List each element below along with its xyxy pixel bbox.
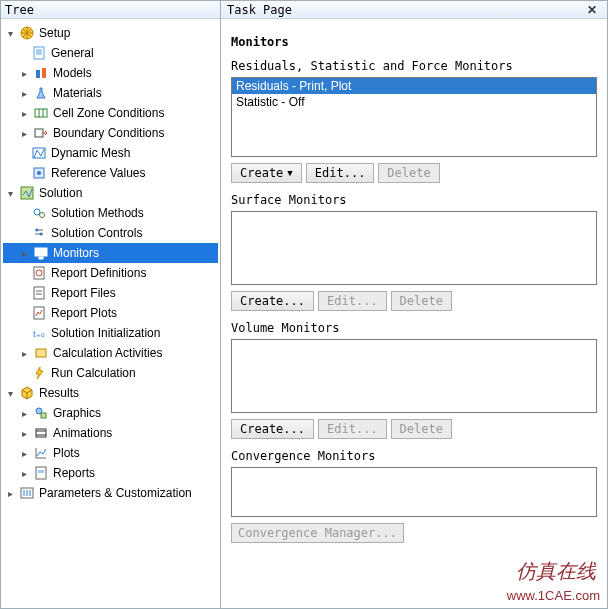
watermark-text-1: 仿真在线 xyxy=(516,558,596,585)
expander-expand-icon[interactable]: ▸ xyxy=(17,126,31,140)
tree-node-results[interactable]: ▾ Results xyxy=(3,383,218,403)
tree-node-models[interactable]: ▸ Models xyxy=(3,63,218,83)
node-label: Reports xyxy=(53,466,95,480)
tree-node-general[interactable]: General xyxy=(3,43,218,63)
node-label: Solution Methods xyxy=(51,206,144,220)
tree-node-report-files[interactable]: Report Files xyxy=(3,283,218,303)
tree-node-plots[interactable]: ▸ Plots xyxy=(3,443,218,463)
expander-expand-icon[interactable]: ▸ xyxy=(17,426,31,440)
node-label: Animations xyxy=(53,426,112,440)
report-icon xyxy=(33,465,49,481)
expander-expand-icon[interactable]: ▸ xyxy=(17,106,31,120)
tree-node-boundary[interactable]: ▸ Boundary Conditions xyxy=(3,123,218,143)
tree-node-report-definitions[interactable]: Report Definitions xyxy=(3,263,218,283)
convergence-manager-button: Convergence Manager... xyxy=(231,523,404,543)
mesh-icon xyxy=(31,145,47,161)
tree-node-cell-zone[interactable]: ▸ Cell Zone Conditions xyxy=(3,103,218,123)
monitor-icon xyxy=(33,245,49,261)
svg-rect-25 xyxy=(34,287,44,299)
expander-expand-icon[interactable]: ▸ xyxy=(3,486,17,500)
tree-node-solution-methods[interactable]: Solution Methods xyxy=(3,203,218,223)
node-label: Plots xyxy=(53,446,80,460)
expander-collapse-icon[interactable]: ▾ xyxy=(3,186,17,200)
expander-expand-icon[interactable]: ▸ xyxy=(17,406,31,420)
task-body: Monitors Residuals, Statistic and Force … xyxy=(221,19,607,608)
create-button[interactable]: Create... xyxy=(231,291,314,311)
tree-node-report-plots[interactable]: Report Plots xyxy=(3,303,218,323)
tree-node-run-calc[interactable]: Run Calculation xyxy=(3,363,218,383)
expander-collapse-icon[interactable]: ▾ xyxy=(3,386,17,400)
node-label: Reference Values xyxy=(51,166,146,180)
film-icon xyxy=(33,425,49,441)
boundary-icon xyxy=(33,125,49,141)
node-label: Models xyxy=(53,66,92,80)
svg-rect-7 xyxy=(35,109,47,117)
tree-node-graphics[interactable]: ▸ Graphics xyxy=(3,403,218,423)
tree-node-reference-values[interactable]: Reference Values xyxy=(3,163,218,183)
task-panel: Task Page ✕ Monitors Residuals, Statisti… xyxy=(221,1,607,608)
node-label: Graphics xyxy=(53,406,101,420)
tree-node-animations[interactable]: ▸ Animations xyxy=(3,423,218,443)
tree-node-solution-init[interactable]: t₌₀ Solution Initialization xyxy=(3,323,218,343)
node-label: Monitors xyxy=(53,246,99,260)
list-item[interactable]: Statistic - Off xyxy=(232,94,596,110)
tree-node-materials[interactable]: ▸ Materials xyxy=(3,83,218,103)
expander-expand-icon[interactable]: ▸ xyxy=(17,86,31,100)
expander-expand-icon[interactable]: ▸ xyxy=(17,66,31,80)
close-icon[interactable]: ✕ xyxy=(583,1,601,19)
tree-node-solution[interactable]: ▾ Solution xyxy=(3,183,218,203)
chevron-down-icon: ▼ xyxy=(287,168,292,178)
svg-rect-32 xyxy=(41,413,46,418)
edit-button[interactable]: Edit... xyxy=(306,163,375,183)
node-label: Parameters & Customization xyxy=(39,486,192,500)
delete-button: Delete xyxy=(391,291,452,311)
svg-point-19 xyxy=(36,229,39,232)
residuals-listbox[interactable]: Residuals - Print, Plot Statistic - Off xyxy=(231,77,597,157)
expander-expand-icon[interactable]: ▸ xyxy=(17,466,31,480)
gears-icon xyxy=(31,205,47,221)
node-label: Solution xyxy=(39,186,82,200)
svg-point-16 xyxy=(40,213,45,218)
node-label: Report Files xyxy=(51,286,116,300)
tree-node-solution-controls[interactable]: Solution Controls xyxy=(3,223,218,243)
list-item[interactable]: Residuals - Print, Plot xyxy=(232,78,596,94)
reference-icon xyxy=(31,165,47,181)
edit-button: Edit... xyxy=(318,291,387,311)
node-label: Report Definitions xyxy=(51,266,146,280)
tree-body: ▾ Setup General ▸ Models ▸ Materials xyxy=(1,19,220,608)
sliders-icon xyxy=(31,225,47,241)
expander-expand-icon[interactable]: ▸ xyxy=(17,246,31,260)
expander-expand-icon[interactable]: ▸ xyxy=(17,346,31,360)
tree-node-params[interactable]: ▸ Parameters & Customization xyxy=(3,483,218,503)
create-dropdown-button[interactable]: Create ▼ xyxy=(231,163,302,183)
convergence-button-row: Convergence Manager... xyxy=(231,523,597,543)
watermark-text-2: www.1CAE.com xyxy=(507,588,600,603)
delete-button: Delete xyxy=(391,419,452,439)
node-label: Calculation Activities xyxy=(53,346,162,360)
svg-text:t₌₀: t₌₀ xyxy=(33,329,45,339)
graphics-icon xyxy=(33,405,49,421)
models-icon xyxy=(33,65,49,81)
tree-node-reports[interactable]: ▸ Reports xyxy=(3,463,218,483)
node-label: Run Calculation xyxy=(51,366,136,380)
svg-rect-22 xyxy=(39,257,43,259)
tree-node-monitors[interactable]: ▸ Monitors xyxy=(3,243,218,263)
surface-section-label: Surface Monitors xyxy=(231,193,597,207)
cell-zone-icon xyxy=(33,105,49,121)
bolt-icon xyxy=(31,365,47,381)
tree-node-calc-activities[interactable]: ▸ Calculation Activities xyxy=(3,343,218,363)
tree-node-dynamic-mesh[interactable]: Dynamic Mesh xyxy=(3,143,218,163)
create-button[interactable]: Create... xyxy=(231,419,314,439)
solution-icon xyxy=(19,185,35,201)
convergence-listbox[interactable] xyxy=(231,467,597,517)
convergence-section-label: Convergence Monitors xyxy=(231,449,597,463)
residuals-section-label: Residuals, Statistic and Force Monitors xyxy=(231,59,597,73)
surface-listbox[interactable] xyxy=(231,211,597,285)
volume-listbox[interactable] xyxy=(231,339,597,413)
page-title: Monitors xyxy=(231,35,597,49)
setup-icon xyxy=(19,25,35,41)
chart-icon xyxy=(33,445,49,461)
tree-node-setup[interactable]: ▾ Setup xyxy=(3,23,218,43)
expander-expand-icon[interactable]: ▸ xyxy=(17,446,31,460)
expander-collapse-icon[interactable]: ▾ xyxy=(3,26,17,40)
